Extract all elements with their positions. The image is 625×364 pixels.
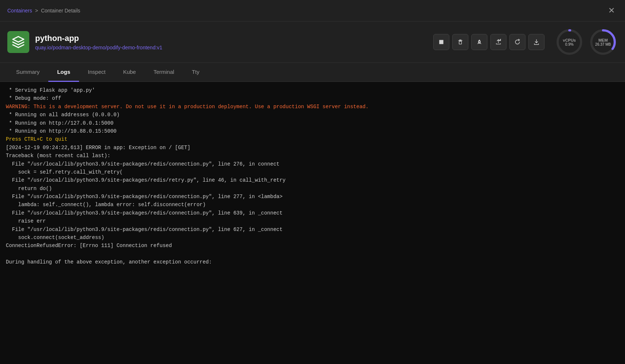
vcpu-label: vCPUs xyxy=(563,38,576,42)
log-line: During handling of the above exception, … xyxy=(6,258,619,266)
log-line: File "/usr/local/lib/python3.9/site-pack… xyxy=(6,160,619,168)
box-icon xyxy=(12,35,25,49)
log-line: [2024-12-19 09:24:22,613] ERROR in app: … xyxy=(6,144,619,152)
tabs-bar: Summary Logs Inspect Kube Terminal Tty xyxy=(0,63,625,82)
breadcrumb-containers-link[interactable]: Containers xyxy=(7,8,32,14)
log-line: return do() xyxy=(6,185,619,193)
log-line: sock.connect(socket_address) xyxy=(6,234,619,242)
deploy-button[interactable] xyxy=(471,34,487,50)
svg-rect-3 xyxy=(460,40,461,41)
mem-label: MEM xyxy=(595,38,611,42)
export-icon xyxy=(495,39,502,45)
breadcrumb-current: Container Details xyxy=(41,8,80,14)
tab-logs[interactable]: Logs xyxy=(48,63,79,82)
mem-gauge: MEM 26.37 MB xyxy=(588,27,618,57)
log-line: File "/usr/local/lib/python3.9/site-pack… xyxy=(6,193,619,201)
vcpu-value: 0.9% xyxy=(563,42,576,46)
log-line: * Running on http://10.88.0.15:5000 xyxy=(6,127,619,135)
log-line: ConnectionRefusedError: [Errno 111] Conn… xyxy=(6,242,619,250)
tab-kube[interactable]: Kube xyxy=(114,63,145,82)
rocket-icon xyxy=(476,39,483,45)
restart-button[interactable] xyxy=(509,34,525,50)
refresh-icon xyxy=(514,39,521,45)
svg-point-4 xyxy=(479,41,480,42)
tab-inspect[interactable]: Inspect xyxy=(79,63,114,82)
container-name: python-app xyxy=(35,34,162,43)
log-line: sock = self.retry.call_with_retry( xyxy=(6,168,619,176)
breadcrumb-separator: > xyxy=(35,8,38,14)
container-info: python-app quay.io/podman-desktop-demo/p… xyxy=(0,22,625,63)
container-image: quay.io/podman-desktop-demo/podify-demo-… xyxy=(35,45,162,50)
close-button[interactable]: ✕ xyxy=(605,4,618,17)
tab-terminal[interactable]: Terminal xyxy=(145,63,183,82)
log-line: lambda: self._connect(), lambda error: s… xyxy=(6,201,619,209)
download-icon xyxy=(533,39,540,45)
tab-summary[interactable]: Summary xyxy=(7,63,48,82)
container-icon xyxy=(7,31,29,53)
export-button[interactable] xyxy=(490,34,506,50)
log-line: File "/usr/local/lib/python3.9/site-pack… xyxy=(6,209,619,217)
header-bar: Containers > Container Details ✕ xyxy=(0,0,625,22)
tab-tty[interactable]: Tty xyxy=(183,63,208,82)
log-line: File "/usr/local/lib/python3.9/site-pack… xyxy=(6,176,619,184)
stop-icon xyxy=(438,39,445,45)
download-button[interactable] xyxy=(528,34,544,50)
log-line-ctrl: Press CTRL+C to quit xyxy=(6,135,619,143)
container-details: python-app quay.io/podman-desktop-demo/p… xyxy=(35,34,162,50)
svg-line-6 xyxy=(500,39,501,40)
log-line: * Running on http://127.0.0.1:5000 xyxy=(6,119,619,127)
log-line: * Debug mode: off xyxy=(6,94,619,102)
mem-value: 26.37 MB xyxy=(595,42,611,46)
svg-rect-1 xyxy=(459,41,462,44)
svg-rect-0 xyxy=(439,40,443,44)
resource-gauges: vCPUs 0.9% MEM 26.37 MB xyxy=(555,27,618,57)
log-area[interactable]: * Serving Flask app 'app.py' * Debug mod… xyxy=(0,82,625,364)
log-line: Traceback (most recent call last): xyxy=(6,152,619,160)
log-line: * Serving Flask app 'app.py' xyxy=(6,86,619,94)
log-line-warning: WARNING: This is a development server. D… xyxy=(6,103,619,111)
svg-rect-5 xyxy=(499,39,501,41)
action-buttons: vCPUs 0.9% MEM 26.37 MB xyxy=(433,27,618,57)
trash-icon xyxy=(457,39,464,45)
vcpu-gauge: vCPUs 0.9% xyxy=(555,27,584,57)
log-line xyxy=(6,250,619,258)
log-line: * Running on all addresses (0.0.0.0) xyxy=(6,111,619,119)
log-line: raise err xyxy=(6,217,619,225)
stop-button[interactable] xyxy=(433,34,449,50)
breadcrumb: Containers > Container Details xyxy=(7,8,80,14)
delete-button[interactable] xyxy=(452,34,468,50)
log-line: File "/usr/local/lib/python3.9/site-pack… xyxy=(6,225,619,234)
